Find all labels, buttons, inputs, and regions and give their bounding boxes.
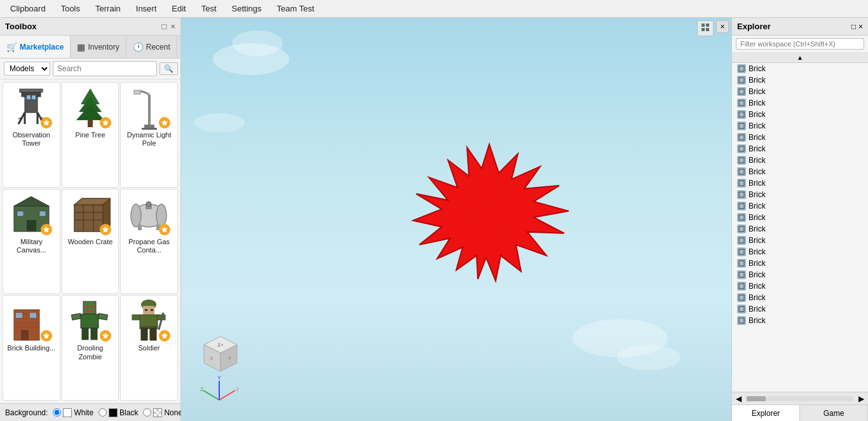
toolbox-header: Toolbox □ × [0,18,180,36]
explorer-list-item[interactable]: Brick [732,120,868,132]
explorer-list-item[interactable]: Brick [732,109,868,120]
soldier-image [127,298,172,343]
svg-rect-45 [30,313,36,318]
grid-item-soldier[interactable]: Soldier [120,295,178,401]
bg-label-none: None [164,408,182,417]
menu-clipboard[interactable]: Clipboard [3,1,53,16]
grid-item-military-canvas[interactable]: Military Canvas... [3,189,60,294]
tab-marketplace[interactable]: 🛒 Marketplace [0,36,71,58]
explorer-list-item[interactable]: Brick [732,280,868,292]
bg-option-black[interactable]: Black [98,408,138,417]
explorer-list-item[interactable]: Brick [732,303,868,315]
explorer-list-item[interactable]: Brick [732,189,868,200]
explorer-list-item[interactable]: Brick [732,212,868,223]
toolbox-close-btn[interactable]: × [170,22,175,31]
explorer-tab-explorer[interactable]: Explorer [732,405,800,421]
bg-radio-none[interactable] [143,408,151,417]
main-layout: Toolbox □ × 🛒 Marketplace ▦ Inventory 🕐 … [0,18,868,421]
search-input[interactable] [53,61,157,76]
viewport-toolbar[interactable] [697,20,714,36]
grid-item-observation-tower[interactable]: Observation Tower [3,82,60,188]
bg-option-none[interactable]: None [143,408,182,417]
explorer-search [732,36,868,53]
explorer-scroll-up-btn[interactable]: ▲ [732,53,868,63]
wooden-crate-image [68,192,112,237]
menu-edit[interactable]: Edit [164,1,193,16]
explorer-list-item[interactable]: Brick [732,74,868,86]
svg-rect-111 [740,193,743,197]
brick-building-label: Brick Building... [7,344,55,352]
bg-option-white[interactable]: White [53,408,93,417]
svg-rect-60 [140,326,158,329]
menu-insert[interactable]: Insert [128,1,165,16]
explorer-list-item[interactable]: Brick [732,269,868,280]
viewport[interactable]: × [181,18,731,421]
svg-rect-61 [132,315,140,320]
drooling-zombie-label: Drooling Zombie [65,344,116,361]
wooden-crate-label: Wooden Crate [68,238,113,246]
viewport-close-btn[interactable]: × [716,20,729,33]
explorer-list-item[interactable]: Brick [732,97,868,109]
svg-rect-63 [141,329,147,340]
scroll-left-btn[interactable]: ◀ [732,394,745,403]
explorer-close-btn[interactable]: × [858,22,863,31]
grid-item-propane-gas-container[interactable]: Propane Gas Conta... [120,189,178,294]
grid-item-dynamic-light-pole[interactable]: Dynamic Light Pole [120,82,178,188]
observation-tower-label: Observation Tower [6,131,57,148]
scroll-right-btn[interactable]: ▶ [855,394,868,403]
explorer-tab-game[interactable]: Game [800,405,868,421]
explorer-item-icon [737,247,746,256]
explorer-list-item[interactable]: Brick [732,246,868,258]
model-type-select[interactable]: Models Plugins Decals Audio Meshes [4,62,50,76]
search-button[interactable]: 🔍 [159,62,178,75]
svg-point-32 [131,204,141,227]
menu-tools[interactable]: Tools [53,1,88,16]
explorer-list-item[interactable]: Brick [732,315,868,326]
menu-settings[interactable]: Settings [224,1,269,16]
explorer-list-item[interactable]: Brick [732,166,868,177]
tabs-row: 🛒 Marketplace ▦ Inventory 🕐 Recent [0,36,180,59]
menu-terrain[interactable]: Terrain [88,1,128,16]
svg-rect-49 [86,310,93,312]
svg-rect-105 [740,158,743,162]
explorer-list-item[interactable]: Brick [732,235,868,246]
explorer-item-label: Brick [749,87,766,96]
propane-gas-container-label: Propane Gas Conta... [123,238,175,254]
grid-item-pine-tree[interactable]: Pine Tree [62,82,119,188]
explorer-list-item[interactable]: Brick [732,223,868,235]
explorer-list-item[interactable]: Brick [732,143,868,155]
cloud-2 [232,31,283,56]
grid-item-drooling-zombie[interactable]: Drooling Zombie [62,295,119,401]
bg-radio-white[interactable] [53,408,61,417]
explorer-list-item[interactable]: Brick [732,86,868,97]
grid-item-brick-building[interactable]: Brick Building... [3,295,60,401]
explorer-list-item[interactable]: Brick [732,258,868,269]
explorer-minimize-btn[interactable]: □ [851,22,856,31]
background-label: Background: [5,408,48,417]
grid-item-wooden-crate[interactable]: Wooden Crate [62,189,119,294]
tab-recent[interactable]: 🕐 Recent [126,36,177,58]
bg-label-black: Black [119,408,138,417]
toolbox-minimize-btn[interactable]: □ [162,22,167,31]
explorer-list-item[interactable]: Brick [732,132,868,143]
explorer-list-item[interactable]: Brick [732,63,868,74]
menu-test[interactable]: Test [194,1,224,16]
bg-label-white: White [74,408,93,417]
explorer-item-icon [737,64,746,73]
explorer-list-item[interactable]: Brick [732,292,868,303]
explorer-item-icon [737,270,746,279]
tab-inventory[interactable]: ▦ Inventory [71,36,126,58]
explorer-item-label: Brick [749,224,766,233]
bg-radio-black[interactable] [98,408,107,417]
explorer-scroll-nav: ◀ ▶ [732,392,868,404]
explorer-filter-input[interactable] [736,38,864,50]
explorer-item-label: Brick [749,270,766,279]
explorer-list-item[interactable]: Brick [732,177,868,189]
explorer-list-item[interactable]: Brick [732,155,868,166]
menu-team-test[interactable]: Team Test [269,1,322,16]
svg-rect-67 [706,24,709,27]
brick-building-image [9,298,53,343]
explorer-item-label: Brick [749,121,766,130]
explorer-list-item[interactable]: Brick [732,200,868,212]
svg-rect-15 [148,95,151,127]
